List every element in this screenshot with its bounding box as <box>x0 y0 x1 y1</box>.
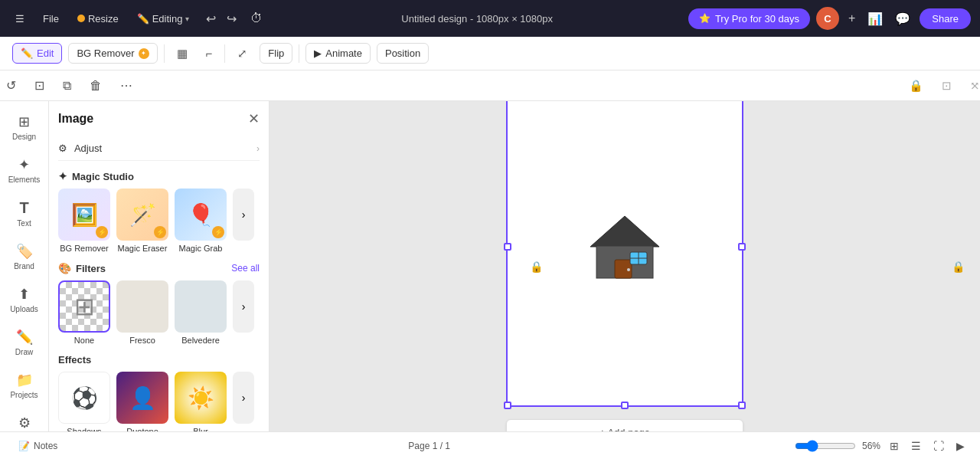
magic-item-magic-eraser[interactable]: 🪄 ⚡ Magic Eraser <box>116 189 168 253</box>
rotate-left-button[interactable]: ↺ <box>0 75 22 96</box>
filter-scroll-thumb: › <box>233 280 254 333</box>
share-button[interactable]: Share <box>920 8 971 29</box>
comments-button[interactable]: 💬 <box>892 8 913 29</box>
sidebar-text-label: Text <box>17 219 31 228</box>
avatar[interactable]: C <box>816 7 839 30</box>
timer-button[interactable]: ⏱ <box>247 8 266 28</box>
filter-none-thumb: ⊞ <box>58 280 110 333</box>
try-pro-label: Try Pro for 30 days <box>715 13 799 25</box>
resize-button[interactable]: Resize <box>71 10 125 28</box>
zoom-label: 56% <box>862 441 880 451</box>
flip-button[interactable]: Flip <box>260 43 292 64</box>
handle-bottom-left[interactable] <box>504 402 511 409</box>
filters-see-all[interactable]: See all <box>231 263 260 274</box>
sidebar-item-text[interactable]: T Text <box>3 193 46 234</box>
crop-sub-button[interactable]: ⊡ <box>28 75 51 96</box>
handle-bottom-right[interactable] <box>738 402 746 409</box>
handle-middle-left[interactable] <box>504 243 511 251</box>
shadows-thumb: ⚽ <box>58 372 110 424</box>
menu-button[interactable]: ☰ <box>9 10 31 28</box>
effect-item-more[interactable]: › <box>233 372 254 431</box>
chart-icon-button[interactable]: 📊 <box>864 8 886 29</box>
canvas-frame[interactable]: ↺ <box>506 101 743 407</box>
left-lock-icon: 🔒 <box>530 261 543 273</box>
right-lock-icon: 🔒 <box>952 261 965 273</box>
fullscreen-button[interactable]: ⛶ <box>930 437 947 455</box>
filter-item-fresco[interactable]: Fresco <box>116 280 168 345</box>
filter-item-none[interactable]: ⊞ None <box>58 280 110 345</box>
plus-button[interactable]: + <box>845 8 858 28</box>
filter-item-belvedere[interactable]: Belvedere <box>175 280 227 345</box>
bg-remover-badge-icon: ⚡ <box>96 226 108 238</box>
magic-item-bg-remover[interactable]: 🖼️ ⚡ BG Remover <box>58 189 110 253</box>
menu-icon: ☰ <box>15 13 24 25</box>
editing-icon: ✏️ <box>137 13 149 25</box>
status-bar: 📝 Notes Page 1 / 1 56% ⊞ ☰ ⛶ ▶ <box>0 431 980 459</box>
projects-icon: 📁 <box>16 372 33 389</box>
file-button[interactable]: File <box>37 10 65 28</box>
animate-button[interactable]: ▶ Animate <box>305 43 371 64</box>
sidebar-item-brand[interactable]: 🏷️ Brand <box>3 237 46 277</box>
svg-marker-0 <box>590 216 659 247</box>
effect-item-blur[interactable]: ☀️ Blur <box>175 372 227 431</box>
undo-button[interactable]: ↩ <box>201 8 220 29</box>
draw-icon: ✏️ <box>16 329 33 346</box>
status-right: 56% ⊞ ☰ ⛶ ▶ <box>795 437 968 455</box>
main-layout: ⊞ Design ✦ Elements T Text 🏷️ Brand ⬆ Up… <box>0 101 980 431</box>
sidebar-item-projects[interactable]: 📁 Projects <box>3 366 46 405</box>
magic-item-magic-grab[interactable]: 🎈 ⚡ Magic Grab <box>175 189 227 253</box>
adjust-row[interactable]: ⚙ Adjust › <box>58 136 260 161</box>
more-options-button[interactable]: ⋯ <box>114 75 139 96</box>
lock-left-icon: 🔒 <box>909 79 923 93</box>
crop-button[interactable]: ⤢ <box>231 43 253 64</box>
sidebar-item-apps[interactable]: ⚙ Apps <box>3 408 46 431</box>
filter-item-scroll[interactable]: › <box>233 280 254 345</box>
add-page-button[interactable]: + Add page <box>506 419 743 432</box>
try-pro-button[interactable]: ⭐ Try Pro for 30 days <box>688 8 810 29</box>
zoom-slider[interactable] <box>795 440 856 452</box>
apps-icon: ⚙ <box>18 415 31 431</box>
sidebar-item-design[interactable]: ⊞ Design <box>3 107 46 147</box>
sidebar-item-uploads[interactable]: ⬆ Uploads <box>3 280 46 320</box>
lock-center-icon: ⊡ <box>942 79 952 93</box>
sidebar-uploads-label: Uploads <box>10 305 38 313</box>
effect-item-duotone[interactable]: 👤 Duotone <box>116 372 168 431</box>
position-label: Position <box>385 48 420 59</box>
magic-eraser-badge-icon: ⚡ <box>154 226 166 238</box>
magic-eraser-thumb: 🪄 ⚡ <box>116 189 168 241</box>
panel-close-button[interactable]: ✕ <box>248 110 260 127</box>
effect-more-icon: › <box>242 392 246 404</box>
magic-studio-section-title: ✦ Magic Studio <box>58 170 260 182</box>
elements-icon: ✦ <box>18 156 30 173</box>
position-button[interactable]: Position <box>377 43 429 64</box>
file-label: File <box>43 13 59 25</box>
effect-item-shadows[interactable]: ⚽ Shadows <box>58 372 110 431</box>
corner-button[interactable]: ⌐ <box>200 43 219 64</box>
bg-remover-button[interactable]: BG Remover ✦ <box>68 43 157 64</box>
handle-middle-right[interactable] <box>738 243 746 251</box>
delete-button[interactable]: 🗑 <box>83 76 108 96</box>
sidebar-item-elements[interactable]: ✦ Elements <box>3 150 46 190</box>
more-thumb: › <box>233 189 254 241</box>
grid-button[interactable]: ▦ <box>171 43 194 64</box>
animate-label: Animate <box>325 48 362 59</box>
adjust-label: ⚙ Adjust <box>58 143 102 154</box>
resize-dot <box>77 15 85 22</box>
filter-fresco-label: Fresco <box>129 336 155 345</box>
filter-belvedere-label: Belvedere <box>181 336 220 345</box>
magic-item-more[interactable]: › <box>233 189 254 253</box>
list-view-button[interactable]: ☰ <box>908 437 924 455</box>
secondary-toolbar: ✏️ Edit BG Remover ✦ ▦ ⌐ ⤢ Flip ▶ Animat… <box>0 37 980 70</box>
handle-bottom-center[interactable] <box>621 402 629 409</box>
magic-studio-grid-wrapper: 🖼️ ⚡ BG Remover 🪄 ⚡ Magic Eraser 🎈 ⚡ <box>58 189 260 253</box>
status-left: 📝 Notes <box>12 438 64 454</box>
blur-thumb: ☀️ <box>175 372 227 424</box>
edit-button[interactable]: ✏️ Edit <box>12 43 62 64</box>
redo-button[interactable]: ↪ <box>222 8 241 29</box>
sidebar-item-draw[interactable]: ✏️ Draw <box>3 323 46 362</box>
duplicate-button[interactable]: ⧉ <box>57 76 77 96</box>
editing-button[interactable]: ✏️ Editing ▾ <box>131 10 196 28</box>
notes-button[interactable]: 📝 Notes <box>12 438 64 454</box>
presentation-button[interactable]: ▶ <box>953 437 968 455</box>
grid-view-button[interactable]: ⊞ <box>887 437 902 455</box>
